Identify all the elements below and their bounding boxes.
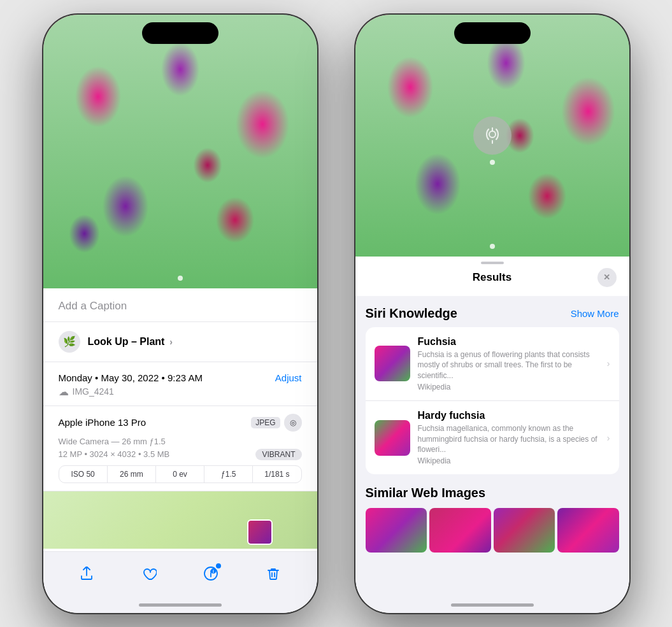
similar-image-4[interactable] xyxy=(557,508,619,553)
meta-filename: ☁ IMG_4241 xyxy=(59,386,302,398)
camera-details-row2: 12 MP • 3024 × 4032 • 3.5 MB VIBRANT xyxy=(59,449,302,460)
meta-section: Monday • May 30, 2022 • 9:23 AM Adjust ☁… xyxy=(43,362,317,406)
similar-section: Similar Web Images xyxy=(366,476,619,559)
camera-badges: JPEG ◎ xyxy=(251,414,301,432)
fuchsia-text: Fuchsia Fuchsia is a genus of flowering … xyxy=(418,336,599,391)
svg-point-3 xyxy=(489,131,496,137)
info-area: Add a Caption 🌿 Look Up – Plant › Monday… xyxy=(43,288,317,551)
visual-lookup-icon: 🌿 xyxy=(59,331,80,353)
hardy-thumbnail xyxy=(375,420,410,456)
photo-area-2[interactable] xyxy=(355,15,629,257)
flower-image xyxy=(43,15,317,288)
fuchsia-source: Wikipedia xyxy=(418,383,599,391)
results-body: Siri Knowledge Show More Fuchsia Fuchsia… xyxy=(355,296,629,613)
filename-text: IMG_4241 xyxy=(73,386,114,397)
show-more-button[interactable]: Show More xyxy=(571,308,619,319)
delete-button[interactable] xyxy=(259,560,287,588)
similar-image-2[interactable] xyxy=(429,508,491,553)
lookup-chevron: › xyxy=(167,337,173,347)
camera-details-1: Wide Camera — 26 mm ƒ1.5 xyxy=(59,437,302,446)
meta-date: Monday • May 30, 2022 • 9:23 AM xyxy=(59,372,203,383)
lookup-label: Look Up – xyxy=(88,336,137,347)
share-button[interactable] xyxy=(73,560,101,588)
favorite-button[interactable] xyxy=(135,560,163,588)
meta-date-row: Monday • May 30, 2022 • 9:23 AM Adjust xyxy=(59,372,302,383)
photo-area[interactable] xyxy=(43,15,317,288)
cloud-icon: ☁ xyxy=(59,386,69,398)
location-icon: ◎ xyxy=(284,414,302,432)
similar-image-3[interactable] xyxy=(494,508,555,553)
format-badge: JPEG xyxy=(251,417,280,428)
camera-section: Apple iPhone 13 Pro JPEG ◎ Wide Camera —… xyxy=(43,406,317,491)
page-indicator xyxy=(178,276,183,281)
results-title: Results xyxy=(387,271,597,284)
siri-knowledge-title: Siri Knowledge xyxy=(366,306,457,321)
camera-model: Apple iPhone 13 Pro xyxy=(59,417,147,428)
hardy-fuchsia-item[interactable]: Hardy fuchsia Fuchsia magellanica, commo… xyxy=(366,401,619,474)
fuchsia-chevron: › xyxy=(607,358,610,369)
results-header: Results ✕ xyxy=(355,257,629,296)
fuchsia-name: Fuchsia xyxy=(418,336,599,348)
svg-text:i: i xyxy=(213,569,214,574)
exif-row: ISO 50 26 mm 0 ev ƒ1.5 1/181 s xyxy=(59,465,302,483)
dynamic-island-2 xyxy=(454,22,531,44)
exif-ev: 0 ev xyxy=(156,466,204,483)
screen-1: Add a Caption 🌿 Look Up – Plant › Monday… xyxy=(43,15,317,613)
hardy-source: Wikipedia xyxy=(418,456,599,465)
phone-2: Results ✕ Siri Knowledge Show More Fuchs… xyxy=(355,15,629,613)
visual-lookup-dot xyxy=(490,160,495,165)
visual-lookup-circle[interactable] xyxy=(473,116,511,155)
drag-indicator xyxy=(481,262,504,264)
lookup-text: Look Up – Plant › xyxy=(88,336,173,348)
page-indicator-2 xyxy=(490,244,495,249)
dynamic-island xyxy=(142,22,218,44)
exif-aperture: ƒ1.5 xyxy=(204,466,253,483)
fuchsia-item[interactable]: Fuchsia Fuchsia is a genus of flowering … xyxy=(366,327,619,401)
home-indicator xyxy=(139,603,222,607)
similar-title: Similar Web Images xyxy=(366,486,619,500)
home-indicator-2 xyxy=(451,603,534,607)
hardy-chevron: › xyxy=(607,433,610,443)
info-badge xyxy=(215,562,222,570)
camera-model-row: Apple iPhone 13 Pro JPEG ◎ xyxy=(59,414,302,432)
similar-image-1[interactable] xyxy=(366,508,427,553)
exif-shutter: 1/181 s xyxy=(253,466,301,483)
exif-focal: 26 mm xyxy=(108,466,156,483)
fuchsia-thumbnail xyxy=(375,346,410,381)
caption-field[interactable]: Add a Caption xyxy=(43,288,317,322)
info-button[interactable]: i xyxy=(197,560,225,588)
siri-knowledge-header: Siri Knowledge Show More xyxy=(366,296,619,327)
lookup-row[interactable]: 🌿 Look Up – Plant › xyxy=(43,322,317,362)
lookup-subject: Plant xyxy=(137,336,165,347)
hardy-text: Hardy fuchsia Fuchsia magellanica, commo… xyxy=(418,410,599,465)
hardy-name: Hardy fuchsia xyxy=(418,410,599,421)
knowledge-card: Fuchsia Fuchsia is a genus of flowering … xyxy=(366,327,619,475)
phone-1: Add a Caption 🌿 Look Up – Plant › Monday… xyxy=(43,15,317,613)
close-button[interactable]: ✕ xyxy=(597,268,617,287)
screen-2: Results ✕ Siri Knowledge Show More Fuchs… xyxy=(355,15,629,613)
exif-iso: ISO 50 xyxy=(59,466,108,483)
results-panel: Results ✕ Siri Knowledge Show More Fuchs… xyxy=(355,257,629,613)
camera-details-2: 12 MP • 3024 × 4032 • 3.5 MB xyxy=(59,449,170,459)
map-area[interactable] xyxy=(43,491,317,549)
map-photo-thumbnail xyxy=(247,519,273,545)
adjust-button[interactable]: Adjust xyxy=(275,372,302,383)
similar-images xyxy=(366,508,619,553)
hardy-desc: Fuchsia magellanica, commonly known as t… xyxy=(418,423,599,455)
vibrant-badge: VIBRANT xyxy=(255,449,301,460)
fuchsia-desc: Fuchsia is a genus of flowering plants t… xyxy=(418,349,599,381)
